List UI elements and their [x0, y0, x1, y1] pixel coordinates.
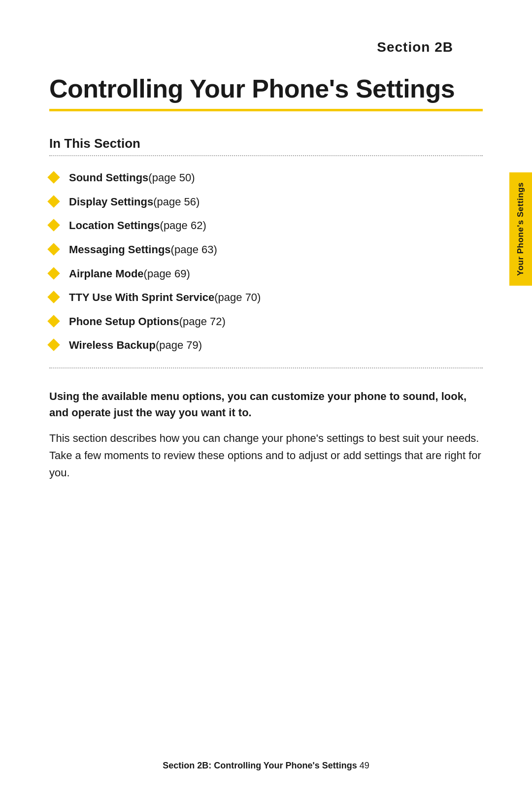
footer-section-label: Section 2B: Controlling Your Phone's Set… — [163, 761, 360, 770]
diamond-icon — [47, 267, 60, 279]
toc-item: Airplane Mode (page 69) — [49, 267, 483, 281]
toc-item-bold-text: Airplane Mode — [69, 267, 144, 281]
diamond-icon — [47, 219, 60, 232]
diamond-icon — [47, 315, 60, 327]
dotted-line-bottom — [49, 367, 483, 368]
toc-item-normal-text: (page 63) — [171, 243, 217, 257]
toc-item-normal-text: (page 69) — [144, 267, 190, 281]
dotted-line-top — [49, 155, 483, 156]
toc-item-normal-text: (page 70) — [214, 291, 261, 305]
diamond-icon — [47, 243, 60, 255]
toc-item-bold-text: Sound Settings — [69, 171, 148, 185]
toc-item-normal-text: (page 62) — [160, 219, 206, 233]
toc-item-normal-text: (page 72) — [179, 315, 226, 329]
toc-item-normal-text: (page 56) — [153, 195, 200, 209]
section-label: Section 2B — [49, 39, 483, 55]
diamond-icon — [47, 339, 60, 351]
sidebar-tab-text: Your Phone's Settings — [516, 182, 526, 276]
toc-item: Location Settings (page 62) — [49, 219, 483, 233]
toc-list: Sound Settings (page 50)Display Settings… — [49, 171, 483, 353]
intro-normal: This section describes how you can chang… — [49, 430, 483, 482]
toc-item-bold-text: Location Settings — [69, 219, 160, 233]
sidebar-tab: Your Phone's Settings — [509, 172, 532, 286]
toc-item-normal-text: (page 50) — [148, 171, 195, 185]
page-title: Controlling Your Phone's Settings — [49, 75, 483, 103]
diamond-icon — [47, 171, 60, 183]
toc-item: Wireless Backup (page 79) — [49, 338, 483, 353]
footer-page-number: 49 — [360, 761, 369, 770]
toc-item-bold-text: TTY Use With Sprint Service — [69, 291, 214, 305]
footer: Section 2B: Controlling Your Phone's Set… — [0, 761, 532, 771]
diamond-icon — [47, 291, 60, 303]
toc-item: Phone Setup Options (page 72) — [49, 315, 483, 329]
toc-item-normal-text: (page 79) — [156, 338, 202, 353]
page-container: Section 2B Controlling Your Phone's Sett… — [0, 0, 532, 798]
diamond-icon — [47, 195, 60, 207]
toc-item: Messaging Settings (page 63) — [49, 243, 483, 257]
toc-item: Display Settings (page 56) — [49, 195, 483, 209]
toc-item: Sound Settings (page 50) — [49, 171, 483, 185]
intro-bold: Using the available menu options, you ca… — [49, 388, 483, 421]
in-this-section-heading: In This Section — [49, 136, 483, 151]
toc-item-bold-text: Wireless Backup — [69, 338, 156, 353]
title-underline — [49, 109, 483, 111]
toc-item-bold-text: Display Settings — [69, 195, 153, 209]
toc-item-bold-text: Messaging Settings — [69, 243, 171, 257]
toc-item-bold-text: Phone Setup Options — [69, 315, 179, 329]
toc-item: TTY Use With Sprint Service (page 70) — [49, 291, 483, 305]
